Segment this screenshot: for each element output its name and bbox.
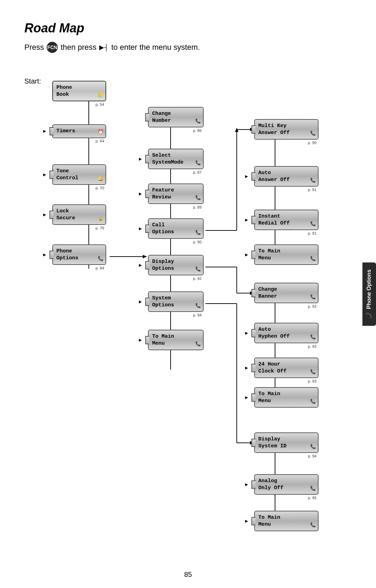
change-banner-page: p. 92: [308, 304, 316, 309]
change-banner-box: Change Banner 📞 p. 92: [254, 283, 319, 303]
call-options-box: Call Options 📞 p. 90: [148, 218, 204, 239]
change-number-line2: Number: [152, 118, 171, 124]
phone-options-box: Phone Options 📞 p. 84: [52, 244, 106, 265]
call-options-line1: Call: [152, 222, 165, 228]
change-number-page: p. 86: [193, 128, 202, 133]
instant-redial-line2: Redial Off: [258, 220, 290, 226]
change-number-icon: 📞: [195, 119, 201, 125]
to-main-2-line1: To Main: [258, 248, 280, 254]
auto-answer-box: Auto Answer Off 📞 p. 91: [254, 166, 319, 187]
timers-page: p. 64: [96, 139, 104, 143]
system-options-line2: Options: [152, 302, 174, 308]
to-main-1-line2: Menu: [152, 340, 165, 346]
to-main-menu-3-box: To Main Menu 📞: [254, 387, 319, 408]
display-system-id-line1: Display: [258, 436, 280, 442]
to-main-1-icon: 📞: [195, 342, 201, 347]
subtitle-end: to enter the menu system.: [111, 43, 200, 52]
change-banner-icon: 📞: [310, 295, 316, 300]
tone-control-line1: Tone: [56, 168, 69, 174]
page-number: 85: [184, 571, 192, 579]
display-system-id-icon: 📞: [310, 444, 316, 450]
24-hour-line2: Clock Off: [258, 368, 287, 374]
to-main-menu-1-box: To Main Menu 📞: [148, 330, 204, 350]
auto-answer-line2: Answer Off: [258, 177, 290, 183]
to-main-4-icon: 📞: [310, 523, 316, 528]
multi-key-icon: 📞: [310, 131, 316, 137]
multi-key-line2: Answer Off: [258, 130, 290, 136]
analog-only-line2: Only Off: [258, 485, 283, 491]
select-page: p. 87: [193, 170, 202, 175]
to-main-menu-4-box: To Main Menu 📞: [254, 511, 319, 531]
diagram-area: Start:: [24, 67, 359, 561]
fcn-button-icon: FCN: [47, 42, 58, 53]
tone-control-page: p. 70: [96, 186, 104, 190]
phone-book-line1: Phone: [56, 85, 72, 91]
to-main-1-line1: To Main: [152, 334, 174, 339]
lock-line1: Lock: [56, 208, 69, 214]
tone-control-box: Tone Control 🔔 p. 70: [52, 164, 106, 185]
to-main-2-line2: Menu: [258, 255, 271, 261]
instant-redial-box: Instant Redial Off 📞 p. 91: [254, 210, 319, 230]
tone-control-line2: Control: [56, 175, 78, 181]
lock-icon: 🔒: [98, 216, 103, 222]
auto-hyphen-line1: Auto: [258, 327, 271, 332]
system-options-page: p. 94: [193, 313, 202, 317]
lock-secure-box: Lock Secure 🔒 p. 76: [52, 204, 106, 225]
display-options-line1: Display: [152, 259, 174, 265]
timers-box: Timers ⏰ p. 64: [52, 124, 106, 138]
multi-key-box: Multi Key Answer Off 📞 p. 90: [254, 119, 319, 140]
auto-hyphen-icon: 📞: [310, 335, 316, 340]
side-tab: 📞 Phone Options: [362, 262, 376, 326]
feature-review-box: Feature Review 📞 p. 89: [148, 183, 204, 204]
display-system-id-line2: System ID: [258, 443, 287, 449]
phone-options-page: p. 84: [96, 266, 104, 271]
tone-control-icon: 🔔: [98, 176, 103, 182]
auto-answer-icon: 📞: [310, 178, 316, 184]
lock-line2: Secure: [56, 215, 75, 221]
to-main-2-icon: 📞: [310, 256, 316, 262]
phone-book-page: p. 54: [96, 102, 104, 107]
instant-redial-icon: 📞: [310, 221, 316, 227]
start-label: Start:: [24, 77, 41, 85]
feature-page: p. 89: [193, 205, 202, 210]
auto-answer-page: p. 91: [308, 187, 316, 192]
analog-only-box: Analog Only Off 📞 p. 95: [254, 474, 319, 495]
page-title: Road Map: [24, 21, 352, 36]
system-options-line1: System: [152, 295, 171, 301]
timers-icon: ⏰: [98, 130, 103, 135]
auto-hyphen-page: p. 93: [308, 344, 316, 349]
call-options-icon: 📞: [195, 230, 201, 236]
feature-review-line1: Feature: [152, 187, 174, 193]
timers-line1: Timers: [56, 128, 75, 134]
lock-page: p. 76: [96, 226, 104, 230]
change-number-box: Change Number 📞 p. 86: [148, 107, 204, 127]
display-system-id-box: Display System ID 📞 p. 94: [254, 432, 319, 453]
phone-book-icon: 📒: [98, 93, 103, 99]
to-main-menu-2-box: To Main Menu 📞: [254, 244, 319, 265]
display-options-page: p. 92: [193, 276, 202, 281]
24-hour-icon: 📞: [310, 369, 316, 375]
24-hour-page: p. 93: [308, 379, 316, 384]
phone-book-line2: Book: [56, 92, 69, 97]
svg-marker-7: [143, 255, 147, 258]
phone-options-line1: Phone: [56, 248, 72, 254]
subtitle: Press FCN then press ▶┤ to enter the men…: [24, 42, 352, 53]
instant-redial-page: p. 91: [308, 231, 316, 236]
phone-book-box: Phone Book 📒 p. 54: [52, 81, 106, 101]
change-number-line1: Change: [152, 111, 171, 117]
instant-redial-line1: Instant: [258, 213, 280, 219]
analog-only-icon: 📞: [310, 486, 316, 492]
analog-only-page: p. 95: [308, 495, 316, 500]
display-options-line2: Options: [152, 266, 174, 272]
subtitle-pre: Press: [24, 43, 44, 52]
to-main-3-icon: 📞: [310, 399, 316, 405]
multi-key-page: p. 90: [308, 140, 316, 145]
select-system-mode-line1: Select: [152, 152, 171, 158]
subtitle-then: then press: [61, 43, 96, 52]
to-main-3-line1: To Main: [258, 391, 280, 397]
change-banner-line2: Banner: [258, 293, 277, 299]
change-banner-line1: Change: [258, 287, 277, 292]
feature-icon: 📞: [195, 195, 201, 201]
select-system-mode-box: Select SystemMode 📞 p. 87: [148, 149, 204, 169]
auto-hyphen-line2: Hyphen Off: [258, 334, 290, 339]
